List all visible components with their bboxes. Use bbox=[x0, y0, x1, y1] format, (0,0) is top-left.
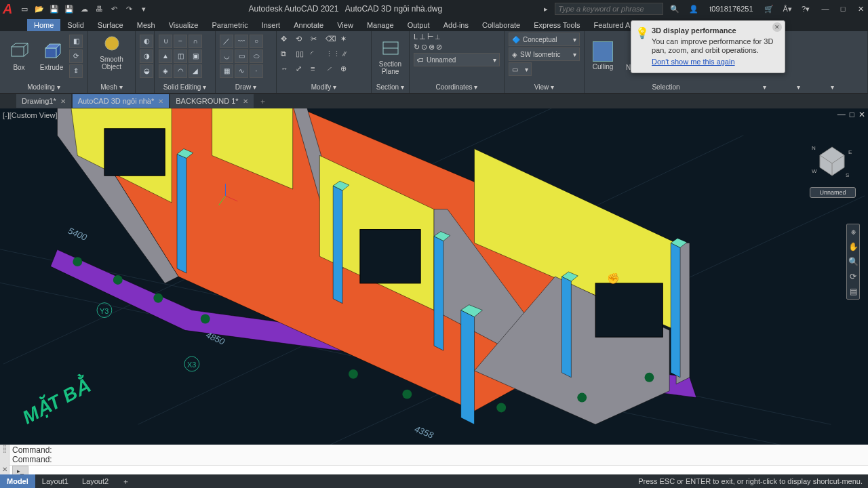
close-icon[interactable]: ✕ bbox=[243, 98, 248, 105]
break-button[interactable]: ⟋ bbox=[326, 64, 339, 78]
view-extra-dropdown[interactable]: ▭▾ bbox=[509, 62, 532, 76]
command-drag-handle[interactable]: ⠿⠿✕ bbox=[0, 445, 9, 474]
panel-title-mesh[interactable]: Mesh ▾ bbox=[88, 81, 135, 93]
qat-undo-icon[interactable]: ↶ bbox=[108, 3, 119, 14]
qat-save-icon[interactable]: 💾 bbox=[49, 3, 60, 14]
subtract-button[interactable]: − bbox=[174, 35, 187, 48]
notification-link[interactable]: Don't show me this again bbox=[652, 58, 735, 66]
qat-redo-icon[interactable]: ↷ bbox=[123, 3, 134, 14]
doc-tab-2[interactable]: BACKGROUND 1*✕ bbox=[170, 94, 253, 108]
section-plane-button[interactable]: Section Plane bbox=[376, 37, 405, 75]
qat-new-icon[interactable]: ▭ bbox=[19, 3, 30, 14]
ucs-5[interactable]: ↻ bbox=[414, 43, 420, 52]
box-button[interactable]: Box bbox=[4, 41, 34, 71]
showmotion-icon[interactable]: ▤ bbox=[850, 287, 857, 296]
status-tab-model[interactable]: Model bbox=[0, 474, 35, 488]
intersect-button[interactable]: ∩ bbox=[189, 35, 202, 48]
ucs-8[interactable]: ⊘ bbox=[436, 43, 442, 52]
spline-button[interactable]: ∿ bbox=[235, 64, 248, 78]
ribbon-tab-home[interactable]: Home bbox=[27, 19, 60, 31]
zoom-icon[interactable]: 🔍 bbox=[848, 257, 859, 266]
orbit-icon[interactable]: ⟳ bbox=[850, 272, 856, 281]
ucs-4[interactable]: ⟂ bbox=[435, 33, 440, 41]
named-ucs-dropdown[interactable]: 🏷 Unnamed▾ bbox=[414, 53, 500, 66]
search-icon[interactable]: 🔍 bbox=[670, 5, 679, 14]
status-tab-add[interactable]: ＋ bbox=[115, 474, 136, 488]
ucs-2[interactable]: ⊥ bbox=[419, 33, 426, 41]
smooth-object-button[interactable]: Smooth Object bbox=[97, 33, 127, 70]
join-button[interactable]: ⊕ bbox=[340, 64, 354, 78]
mirror-button[interactable]: ▯▯ bbox=[296, 49, 309, 63]
culling-button[interactable]: Culling bbox=[589, 41, 617, 70]
fillet-button[interactable]: ◜ bbox=[311, 49, 324, 63]
qat-plot-icon[interactable]: 🖶 bbox=[94, 3, 104, 14]
minimize-button[interactable]: — bbox=[821, 4, 830, 14]
help-icon[interactable]: ?▾ bbox=[802, 5, 810, 14]
mesh-tool-2[interactable]: ◑ bbox=[140, 49, 153, 63]
view-preset-dropdown[interactable]: ◈ SW Isometric▾ bbox=[509, 47, 580, 61]
qat-web-icon[interactable]: ☁ bbox=[79, 3, 90, 14]
notification-close-button[interactable]: ✕ bbox=[772, 22, 782, 32]
mesh-tool-3[interactable]: ◒ bbox=[140, 64, 153, 78]
command-close-icon[interactable]: ✕ bbox=[2, 466, 7, 473]
ribbon-tab-annotate[interactable]: Annotate bbox=[287, 19, 330, 31]
ribbon-tab-view[interactable]: View bbox=[330, 19, 360, 31]
line-button[interactable]: ／ bbox=[220, 35, 233, 48]
account-icon[interactable]: 👤 bbox=[689, 5, 698, 14]
qat-dropdown-icon[interactable]: ▾ bbox=[138, 3, 149, 14]
ribbon-tab-parametric[interactable]: Parametric bbox=[205, 19, 254, 31]
search-input[interactable] bbox=[555, 3, 663, 15]
shell-button[interactable]: ▣ bbox=[189, 49, 202, 63]
move-button[interactable]: ✥ bbox=[281, 35, 294, 48]
panel-title-selection[interactable]: Selection bbox=[585, 81, 747, 93]
explode-button[interactable]: ✶ bbox=[340, 35, 354, 48]
trim-button[interactable]: ✂ bbox=[311, 35, 324, 48]
viewcube-label[interactable]: Unnamed bbox=[810, 187, 856, 198]
panel-title-modeling[interactable]: Modeling ▾ bbox=[0, 81, 87, 93]
ribbon-tab-addins[interactable]: Add-ins bbox=[437, 19, 475, 31]
close-icon[interactable]: ✕ bbox=[60, 98, 66, 105]
panel-title-section[interactable]: Section ▾ bbox=[372, 81, 409, 93]
rotate-button[interactable]: ⟲ bbox=[296, 35, 309, 48]
ribbon-tab-collaborate[interactable]: Collaborate bbox=[475, 19, 527, 31]
ribbon-tab-output[interactable]: Output bbox=[401, 19, 437, 31]
scale-button[interactable]: ⤢ bbox=[296, 64, 309, 78]
panel-title-coordinates[interactable]: Coordinates ▾ bbox=[410, 81, 504, 93]
polyline-button[interactable]: 〰 bbox=[235, 35, 248, 48]
doc-tab-add[interactable]: ＋ bbox=[255, 94, 271, 108]
slice-button[interactable]: ◫ bbox=[174, 49, 187, 63]
ucs-7[interactable]: ⊗ bbox=[429, 43, 435, 52]
maximize-button[interactable]: □ bbox=[838, 4, 848, 14]
ellipse-button[interactable]: ⬭ bbox=[250, 49, 263, 63]
copy-button[interactable]: ⧉ bbox=[281, 49, 294, 63]
ribbon-tab-mesh[interactable]: Mesh bbox=[130, 19, 162, 31]
ribbon-tab-expresstools[interactable]: Express Tools bbox=[527, 19, 587, 31]
extrude-button[interactable]: Extrude bbox=[37, 41, 66, 71]
stretch-button[interactable]: ↔ bbox=[281, 64, 294, 78]
mesh-tool-1[interactable]: ◐ bbox=[140, 35, 153, 48]
revolve-button[interactable]: ⟳ bbox=[69, 49, 83, 63]
panel-title-solidediting[interactable]: Solid Editing ▾ bbox=[155, 81, 215, 93]
qat-open-icon[interactable]: 📂 bbox=[34, 3, 45, 14]
rectangle-button[interactable]: ▭ bbox=[235, 49, 248, 63]
ribbon-tab-surface[interactable]: Surface bbox=[91, 19, 130, 31]
offset-button[interactable]: ⫽ bbox=[340, 49, 354, 63]
username-label[interactable]: t0918176251 bbox=[709, 5, 753, 13]
viewcube[interactable]: NE WS bbox=[808, 136, 856, 183]
hatch-button[interactable]: ▦ bbox=[220, 64, 233, 78]
ucs-1[interactable]: L bbox=[414, 33, 418, 41]
extrude-face-button[interactable]: ▲ bbox=[159, 49, 172, 63]
search-left-arrow-icon[interactable]: ▸ bbox=[544, 5, 548, 14]
status-tab-layout2[interactable]: Layout2 bbox=[75, 474, 115, 488]
presspull-button[interactable]: ⇕ bbox=[69, 64, 83, 78]
pan-icon[interactable]: ✋ bbox=[848, 242, 859, 251]
status-tab-layout1[interactable]: Layout1 bbox=[35, 474, 75, 488]
visual-style-dropdown[interactable]: 🔷 Conceptual▾ bbox=[509, 33, 580, 46]
qat-saveas-icon[interactable]: 💾 bbox=[64, 3, 75, 14]
erase-button[interactable]: ⌫ bbox=[326, 35, 339, 48]
fullnav-icon[interactable]: ⎈ bbox=[851, 227, 856, 237]
fillet-edge-button[interactable]: ◠ bbox=[174, 64, 187, 78]
polysolid-button[interactable]: ◧ bbox=[69, 35, 83, 48]
point-button[interactable]: · bbox=[250, 64, 263, 78]
doc-tab-1[interactable]: AutoCAD 3D ngôi nhà*✕ bbox=[73, 94, 170, 108]
